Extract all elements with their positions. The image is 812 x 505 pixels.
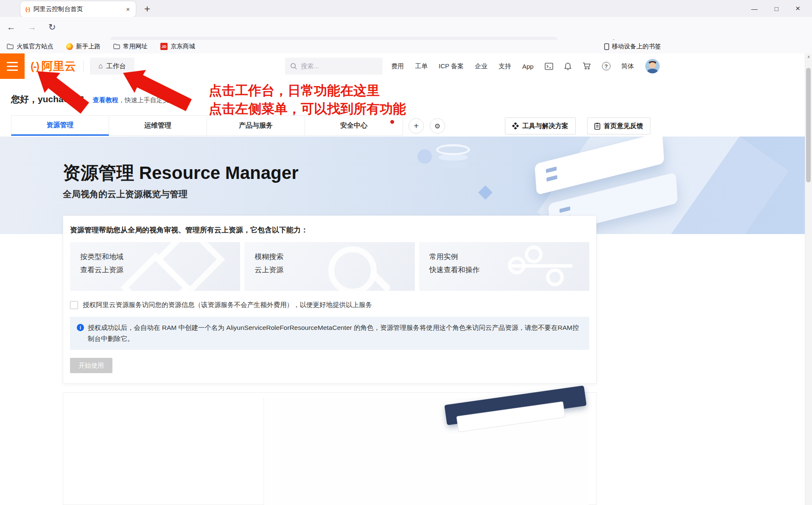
firefox-icon <box>66 43 73 50</box>
user-avatar[interactable] <box>645 59 660 73</box>
window-controls: — □ × <box>751 0 800 17</box>
language-switch[interactable]: 简体 <box>622 62 634 70</box>
home-icon: ⌂ <box>98 62 103 70</box>
console-search-input[interactable]: 搜索... <box>285 58 383 75</box>
authorize-label: 授权阿里云资源服务访问您的资源信息（该资源服务不会产生额外费用），以便更好地提供… <box>83 301 372 310</box>
browser-toolbar: ← → ↻ https://homenew.console.aliyun.com… <box>0 17 812 40</box>
tools-icon <box>512 123 519 129</box>
tab-security-center[interactable]: 安全中心 <box>305 115 403 136</box>
annotation-text: 点击工作台，日常功能在这里 点击左侧菜单，可以找到所有功能 <box>209 81 406 118</box>
feature-card-fuzzy-search: 模糊搜索云上资源 <box>244 242 414 291</box>
nav-tickets[interactable]: 工单 <box>415 62 428 70</box>
workbench-button[interactable]: ⌂ 工作台 <box>90 58 134 75</box>
tab-title: 阿里云控制台首页 <box>34 5 121 13</box>
terminal-icon[interactable] <box>545 63 553 70</box>
jd-icon: JD <box>160 43 168 50</box>
tab-close-icon[interactable]: × <box>125 6 131 13</box>
new-tab-button[interactable]: + <box>144 3 150 15</box>
homepage-feedback-button[interactable]: 首页意见反馈 <box>587 117 650 134</box>
resource-intro-card: 资源管理帮助您从全局的视角审视、管理所有云上资源，它包含以下能力： 按类型和地域… <box>63 215 596 384</box>
hero-decor <box>478 185 493 200</box>
tutorial-link[interactable]: 查看教程 <box>93 96 118 104</box>
nav-app[interactable]: App <box>522 63 534 70</box>
mobile-bookmarks[interactable]: 移动设备上的书签 <box>604 40 661 53</box>
tab-settings-button[interactable]: ⚙ <box>430 118 445 134</box>
notification-dot <box>390 120 394 124</box>
bookmarks-bar: 火狐官方站点 新手上路 常用网址 JD 京东商城 移动设备上的书签 <box>0 40 812 54</box>
search-icon <box>290 63 297 70</box>
bookmark-item[interactable]: 常用网址 <box>113 42 148 50</box>
feedback-icon <box>594 123 600 130</box>
mobile-device-icon <box>604 43 609 50</box>
tab-products-services[interactable]: 产品与服务 <box>207 115 305 136</box>
minimize-icon[interactable]: — <box>751 5 758 12</box>
hero-decor <box>436 144 470 155</box>
nav-enterprise[interactable]: 企业 <box>475 62 487 70</box>
hero-decor <box>417 149 432 164</box>
authorize-checkbox[interactable] <box>70 301 78 309</box>
header-divider <box>83 60 84 72</box>
start-using-button[interactable]: 开始使用 <box>70 358 112 373</box>
info-icon: i <box>77 324 84 331</box>
folder-icon <box>113 44 120 49</box>
aliyun-logo-icon: (-) <box>31 60 39 73</box>
bookmark-item[interactable]: JD 京东商城 <box>160 42 195 50</box>
cart-icon[interactable] <box>582 62 591 70</box>
forward-icon[interactable]: → <box>28 22 36 32</box>
help-icon[interactable]: ? <box>602 62 610 70</box>
aliyun-logo[interactable]: (-) 阿里云 <box>31 53 76 79</box>
scrollbar-thumb[interactable] <box>806 68 811 182</box>
add-tab-button[interactable]: + <box>409 118 424 134</box>
bookmark-item[interactable]: 新手上路 <box>66 42 101 50</box>
browser-tab-bar: (-) 阿里云控制台首页 × + — □ × <box>0 0 812 17</box>
screen: (-) 阿里云控制台首页 × + — □ × ← → ↻ https://hom… <box>0 0 812 505</box>
folder-icon <box>7 44 14 49</box>
hero-title: 资源管理 Resource Manager <box>63 161 298 185</box>
search-placeholder: 搜索... <box>301 62 319 70</box>
bell-icon[interactable] <box>564 62 571 70</box>
tab-ops-management[interactable]: 运维管理 <box>109 115 207 136</box>
maximize-icon[interactable]: □ <box>775 5 778 12</box>
bookmark-item[interactable]: 火狐官方站点 <box>7 42 53 50</box>
feature-card-type-region: 按类型和地域查看云上资源 <box>70 242 240 291</box>
gear-icon: ⚙ <box>434 122 440 130</box>
hero-subtitle: 全局视角的云上资源概览与管理 <box>63 188 188 200</box>
page-scrollbar[interactable]: ∧ <box>805 53 812 505</box>
intro-heading: 资源管理帮助您从全局的视角审视、管理所有云上资源，它包含以下能力： <box>70 225 589 235</box>
browser-tab[interactable]: (-) 阿里云控制台首页 × <box>20 1 136 17</box>
console-menu-button[interactable] <box>0 53 25 79</box>
reload-icon[interactable]: ↻ <box>48 22 56 32</box>
greeting-text: 您好，yuchaoit66 <box>11 93 84 105</box>
nav-billing[interactable]: 费用 <box>391 62 404 70</box>
dashboard-tabs: 资源管理 运维管理 产品与服务 安全中心 <box>11 115 403 136</box>
tab-resource-management[interactable]: 资源管理 <box>11 115 109 136</box>
aliyun-favicon-icon: (-) <box>25 6 30 12</box>
nav-support[interactable]: 支持 <box>498 62 511 70</box>
ram-role-notice: i 授权成功以后，会自动在 RAM 中创建一个名为 AliyunServiceR… <box>70 317 589 350</box>
feature-card-common-instances: 常用实例快速查看和操作 <box>419 242 589 291</box>
tools-solutions-button[interactable]: 工具与解决方案 <box>505 117 576 134</box>
back-icon[interactable]: ← <box>7 22 16 32</box>
greeting-suffix: ，快速上手自定义视图 <box>118 96 182 104</box>
scrollbar-up-icon[interactable]: ∧ <box>805 53 812 60</box>
window-close-icon[interactable]: × <box>795 4 800 13</box>
nav-icp[interactable]: ICP 备案 <box>439 62 464 70</box>
bottom-partial-card <box>63 392 596 505</box>
console-header: (-) 阿里云 ⌂ 工作台 搜索... 费用 工单 ICP 备案 企业 支持 A… <box>0 53 812 79</box>
